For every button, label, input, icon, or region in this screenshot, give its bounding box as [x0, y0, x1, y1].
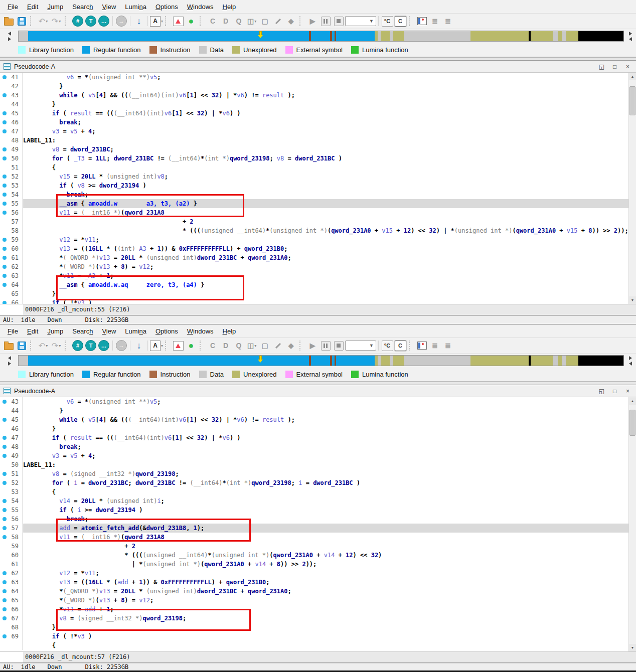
open-file-icon[interactable] [2, 339, 15, 352]
code-line[interactable]: 66 *v11 = add + 1; [0, 605, 628, 614]
frame-icon[interactable]: ▢ [258, 339, 271, 352]
nav-scroll-right[interactable] [627, 32, 634, 41]
code-line[interactable]: 47 v3 = v5 + 4; [0, 127, 628, 136]
restore-window-icon[interactable]: ◱ [597, 387, 606, 395]
save-file-icon[interactable] [15, 15, 28, 28]
debugger-select[interactable]: ▼ [345, 15, 376, 28]
sync-list-icon-2[interactable]: ≣ [441, 15, 454, 28]
lumina-ball-icon[interactable]: ● [185, 339, 198, 352]
code-line[interactable]: 58 * ((((unsigned __int64)*(unsigned int… [0, 226, 628, 235]
code-line[interactable]: 44 } [0, 100, 628, 109]
code-line[interactable]: 48 break; [0, 442, 628, 451]
code-line[interactable]: 61 | *(unsigned int *)(qword_231A0 + v14… [0, 560, 628, 569]
scroll-down-button[interactable]: ▼ [629, 644, 636, 651]
run-marker-icon[interactable] [172, 339, 185, 352]
debug-stop-icon[interactable] [332, 15, 345, 28]
run-marker-icon[interactable] [172, 15, 185, 28]
jump-down-icon[interactable]: ↓ [132, 15, 145, 28]
code-line[interactable]: 62 *(_WORD *)(v13 + 8) = v12; [0, 262, 628, 271]
code-line[interactable]: 60 v13 = ((16LL * ((int)_A3 + 1)) & 0xFF… [0, 244, 628, 253]
menu-view[interactable]: View [97, 327, 120, 335]
frame-icon[interactable]: ▢ [258, 15, 271, 28]
code-line[interactable]: 51 { [0, 163, 628, 172]
vertical-scrollbar[interactable]: ▲▼ [628, 397, 636, 651]
code-line[interactable]: 56 v11 = (__int16 *)(qword_231A8 [0, 208, 628, 217]
jump-target-icon[interactable]: → [115, 15, 128, 28]
menu-file[interactable]: File [3, 3, 23, 11]
menu-options[interactable]: Options [151, 3, 183, 11]
menu-help[interactable]: Help [218, 3, 241, 11]
scroll-up-button[interactable]: ▲ [629, 397, 636, 405]
code-line[interactable]: 54 break; [0, 190, 628, 199]
jump-down-icon[interactable]: ↓ [132, 339, 145, 352]
restore-window-icon[interactable]: ◱ [597, 63, 606, 70]
code-line[interactable]: 68 } [0, 623, 628, 632]
code-line[interactable]: 65 } [0, 289, 628, 298]
maximize-window-icon[interactable]: □ [610, 387, 619, 395]
diamond-icon[interactable]: ◆ [284, 15, 297, 28]
nav-scroll-right[interactable] [627, 356, 634, 366]
close-window-icon[interactable]: × [623, 387, 632, 395]
scroll-thumb[interactable] [629, 86, 635, 115]
debugger-select[interactable]: ▼ [345, 339, 376, 352]
menu-jump[interactable]: Jump [43, 327, 68, 335]
navigate-back-icon[interactable]: ↶▾ [37, 339, 50, 352]
code-line[interactable]: 60 * ((((unsigned __int64)*(unsigned int… [0, 551, 628, 560]
menu-jump[interactable]: Jump [43, 3, 68, 11]
debug-pause-icon[interactable] [319, 15, 332, 28]
debugger-combo-box[interactable]: ▼ [345, 341, 376, 351]
navigation-band[interactable] [18, 31, 624, 42]
windows-list-icon[interactable] [415, 339, 428, 352]
menu-lumina[interactable]: Lumina [120, 327, 151, 335]
nav-scroll-left[interactable] [6, 32, 13, 41]
scroll-thumb[interactable] [629, 410, 635, 436]
copy-q-icon[interactable]: Q [232, 339, 245, 352]
code-line[interactable]: 53 if ( v8 >= dword_23194 ) [0, 181, 628, 190]
debugger-combo-box[interactable]: ▼ [345, 16, 376, 26]
code-line[interactable]: 54 v14 = 20LL * (unsigned int)i; [0, 496, 628, 506]
code-line[interactable]: 66 if ( !*v3 ) [0, 298, 628, 304]
close-window-icon[interactable]: × [623, 63, 632, 70]
compile-run-c-icon[interactable]: C [394, 15, 407, 28]
debug-pause-icon[interactable] [319, 339, 332, 352]
code-line[interactable]: 43 while ( v5[4] && (((__int64)(int)v6[1… [0, 91, 628, 100]
sync-list-icon[interactable]: ≣ [428, 339, 441, 352]
maximize-window-icon[interactable]: □ [610, 63, 619, 70]
save-file-icon[interactable] [15, 339, 28, 352]
code-line[interactable]: 64 __asm { amoadd.w.aq zero, t3, (a4) } [0, 280, 628, 289]
code-line[interactable]: 58 v11 = (__int16 *)(qword_231A8 [0, 533, 628, 542]
code-line[interactable]: { [0, 641, 628, 650]
new-window-icon[interactable]: ◫▾ [245, 15, 258, 28]
code-line[interactable]: 46 break; [0, 118, 628, 127]
compile-c-icon[interactable]: °C [381, 339, 394, 352]
navigate-forward-icon[interactable]: ↷▾ [50, 15, 63, 28]
debug-run-icon[interactable]: ▶ [306, 15, 319, 28]
code-line[interactable]: 45 while ( v5[4] && (((__int64)(int)v6[1… [0, 415, 628, 424]
code-line[interactable]: 62 v12 = *v11; [0, 569, 628, 578]
code-line[interactable]: 50 for ( _T3 = 1LL; dword_231BC != (__in… [0, 154, 628, 163]
code-line[interactable]: 65 *(_WORD *)(v13 + 8) = v12; [0, 596, 628, 605]
code-line[interactable]: 53 { [0, 487, 628, 496]
scroll-track[interactable] [629, 405, 636, 644]
debug-run-icon[interactable]: ▶ [306, 339, 319, 352]
menu-view[interactable]: View [97, 3, 120, 11]
strings-view-icon[interactable]: … [97, 15, 110, 28]
new-window-icon[interactable]: ◫▾ [245, 339, 258, 352]
copy-c-icon[interactable]: C [206, 15, 219, 28]
code-line[interactable]: 52 for ( i = dword_231BC; dword_231BC !=… [0, 478, 628, 487]
navigate-back-icon[interactable]: ↶▾ [37, 15, 50, 28]
sync-list-icon-2[interactable]: ≣ [441, 339, 454, 352]
hex-view-icon[interactable]: # [71, 15, 84, 28]
edit-pencil-icon[interactable] [271, 339, 284, 352]
code-line[interactable]: 47 if ( result == (((__int64)(int)v6[1] … [0, 433, 628, 442]
code-line[interactable]: 46 } [0, 424, 628, 433]
debug-stop-icon[interactable] [332, 339, 345, 352]
code-line[interactable]: 51 v8 = (signed __int32 *)qword_23198; [0, 469, 628, 478]
navigate-forward-icon[interactable]: ↷▾ [50, 339, 63, 352]
code-line[interactable]: 50LABEL_11: [0, 460, 628, 469]
vertical-scrollbar[interactable]: ▲▼ [628, 73, 636, 304]
code-line[interactable]: 55 __asm { amoadd.w a3, t3, (a2) } [0, 199, 628, 208]
code-line[interactable]: 64 *(_QWORD *)v13 = 20LL * (unsigned int… [0, 587, 628, 596]
scroll-down-button[interactable]: ▼ [629, 296, 636, 304]
hex-view-icon[interactable]: # [71, 339, 84, 352]
